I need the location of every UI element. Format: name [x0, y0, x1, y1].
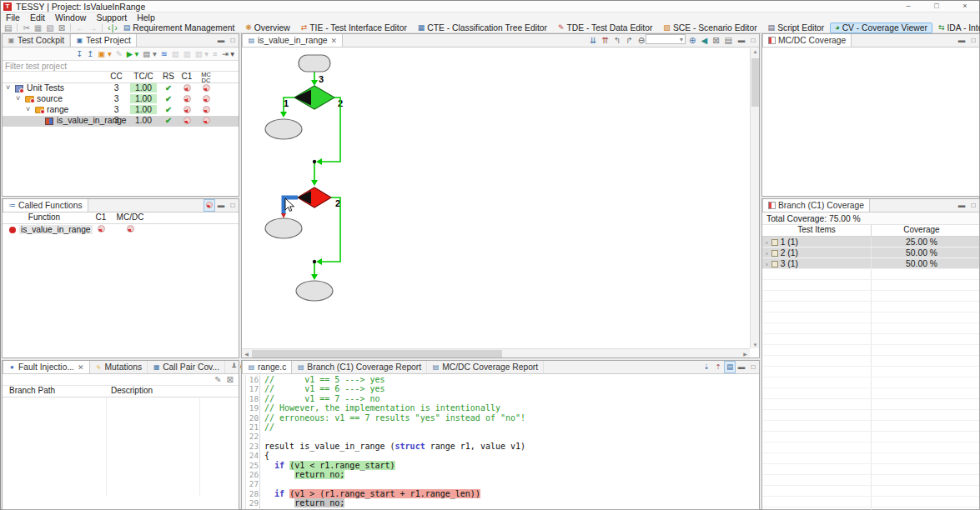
- disabled-icon-4[interactable]: ≡: [212, 49, 219, 58]
- maximize-button[interactable]: □: [922, 1, 951, 12]
- maximize-panel-icon[interactable]: □: [227, 34, 239, 47]
- menu-edit[interactable]: Edit: [25, 12, 50, 22]
- minimize-panel-icon[interactable]: ▬: [215, 199, 227, 212]
- expander-icon[interactable]: ˅: [26, 105, 30, 113]
- details-icon[interactable]: ≋: [160, 49, 168, 58]
- vertical-scrollbar[interactable]: ▲ ▼: [750, 48, 759, 348]
- menu-file[interactable]: File: [1, 12, 25, 22]
- delete-icon[interactable]: ⊠: [226, 375, 234, 384]
- exit-node-1[interactable]: [265, 119, 302, 139]
- disabled-icon-1[interactable]: ▥: [171, 49, 180, 58]
- zoom-out-icon[interactable]: ⊖: [637, 36, 646, 45]
- start-node[interactable]: [299, 55, 330, 72]
- report-icon[interactable]: ▤: [724, 36, 733, 45]
- perspective-requirement-management[interactable]: ▤Requirement Management: [118, 22, 239, 33]
- expand-chevron-icon[interactable]: ›: [762, 261, 770, 268]
- save-icon[interactable]: ▤: [3, 23, 13, 32]
- tab-branch-c1-coverage-report[interactable]: ▤Branch (C1) Coverage Report: [292, 361, 427, 373]
- column-cc[interactable]: CC: [105, 72, 128, 81]
- minimize-panel-icon[interactable]: ▬: [736, 34, 747, 47]
- perspective-overview[interactable]: ❋Overview: [240, 22, 294, 33]
- close-tab-icon[interactable]: ✕: [78, 363, 84, 372]
- prev-marker-icon[interactable]: ⇡: [712, 361, 724, 373]
- column-rs[interactable]: RS: [160, 72, 177, 81]
- next-marker-icon[interactable]: ⇣: [701, 361, 712, 373]
- maximize-panel-icon[interactable]: □: [967, 34, 979, 47]
- menu-window[interactable]: Window: [50, 12, 91, 22]
- tree-row-range[interactable]: ˅range31.00✔: [3, 105, 239, 116]
- menu-help[interactable]: Help: [132, 12, 160, 22]
- column-c1[interactable]: C1: [89, 212, 113, 222]
- nav-up-icon[interactable]: ⇈: [601, 36, 610, 45]
- zoom-level-select[interactable]: ▾: [646, 34, 686, 44]
- maximize-panel-icon[interactable]: □: [747, 34, 759, 47]
- column-mcdc[interactable]: MCDC: [197, 72, 215, 83]
- tab-test-cockpit[interactable]: ▣Test Cockpit: [3, 34, 70, 47]
- column-branch-path[interactable]: Branch Path: [9, 386, 55, 395]
- perspective-tie-test-interface-editor[interactable]: ⇄TIE - Test Interface Editor: [296, 22, 412, 33]
- called-function-row[interactable]: is_value_in_range: [3, 224, 239, 236]
- perspective-cte-classification-tree-editor[interactable]: ▦CTE - Classification Tree Editor: [413, 22, 552, 33]
- back-icon[interactable]: ←: [75, 23, 85, 32]
- close-button[interactable]: ×: [951, 1, 979, 12]
- minimize-button[interactable]: –: [894, 1, 922, 12]
- tab-call-pair-cov-[interactable]: ▦Call Pair Cov...: [148, 361, 225, 373]
- code-editor-icon[interactable]: ‹∣›: [107, 23, 118, 32]
- column-function[interactable]: Function: [3, 212, 86, 222]
- select-test-items-icon[interactable]: ▣ ▾: [97, 49, 112, 58]
- export-icon[interactable]: ↥: [86, 49, 94, 58]
- perspective-tde-test-data-editor[interactable]: ✎TDE - Test Data Editor: [553, 22, 657, 33]
- minimize-panel-icon[interactable]: ▬: [956, 199, 967, 212]
- test-item-row[interactable]: ›1 (1)25.00 %: [762, 237, 979, 248]
- tab-mc-dc-coverage-report[interactable]: ▤MC/DC Coverage Report: [427, 361, 544, 373]
- expand-chevron-icon[interactable]: ›: [762, 239, 770, 247]
- perspective-ida-interface-data-assigner[interactable]: ⇆IDA - Interface Data Assigner: [933, 22, 980, 33]
- column-coverage[interactable]: Coverage: [872, 225, 972, 234]
- execute-icon[interactable]: ▶ ▾: [126, 49, 140, 58]
- mcdc-coverage-tab[interactable]: MC/DC Coverage: [762, 34, 852, 47]
- cut-icon[interactable]: ✂: [22, 23, 30, 32]
- import-icon[interactable]: ↧: [75, 49, 83, 58]
- maximize-panel-icon[interactable]: □: [227, 199, 239, 212]
- zoom-in-icon[interactable]: ⊕: [688, 36, 696, 45]
- forward-icon[interactable]: →: [88, 23, 98, 32]
- source-code-view[interactable]: 16// v1 == 5 ---> yes17// v1 == 6 ---> y…: [242, 375, 759, 509]
- maximize-panel-icon[interactable]: □: [747, 361, 759, 373]
- test-item-row[interactable]: ›2 (1)50.00 %: [762, 248, 979, 258]
- paste-icon[interactable]: ▧: [45, 23, 54, 32]
- tree-row-unit-tests[interactable]: ˅Unit Tests31.00✔: [3, 83, 239, 94]
- column-description[interactable]: Description: [111, 386, 153, 395]
- minimize-panel-icon[interactable]: ▬: [736, 361, 747, 373]
- coverage-filter-button[interactable]: [204, 199, 215, 212]
- disabled-icon-2[interactable]: ▥: [183, 49, 192, 58]
- column-c1[interactable]: C1: [178, 72, 195, 81]
- show-source-icon[interactable]: ▤: [724, 361, 736, 373]
- tab-range-c[interactable]: ▤range.c: [242, 361, 292, 373]
- perspective-cv-coverage-viewer[interactable]: ◕CV - Coverage Viewer: [830, 22, 932, 33]
- tab-test-project[interactable]: ▣Test Project: [70, 34, 137, 47]
- nav-next-icon[interactable]: ↱: [625, 36, 633, 45]
- close-tab-icon[interactable]: ✕: [331, 37, 338, 45]
- nav-prev-icon[interactable]: ↰: [613, 36, 621, 45]
- delete-icon[interactable]: ⊠: [711, 36, 720, 45]
- tab-mutations[interactable]: ϟMutations: [90, 361, 148, 373]
- test-item-row[interactable]: ›3 (1)50.00 %: [762, 258, 979, 269]
- exit-node-2[interactable]: [265, 218, 302, 238]
- minimize-panel-icon[interactable]: ▬: [215, 34, 227, 47]
- nav-down-icon[interactable]: ⇊: [589, 36, 597, 45]
- minimize-panel-icon[interactable]: ▬: [956, 34, 967, 47]
- columns-icon[interactable]: ⇥ ▾: [221, 49, 235, 58]
- end-node[interactable]: [296, 281, 333, 301]
- column-tcc[interactable]: TC/C: [130, 72, 157, 81]
- column-test-items[interactable]: Test Items: [762, 225, 871, 234]
- tab-fault-injectio-[interactable]: ●Fault Injectio...✕: [3, 361, 90, 373]
- menu-support[interactable]: Support: [91, 12, 132, 22]
- expand-chevron-icon[interactable]: ›: [762, 250, 770, 258]
- maximize-panel-icon[interactable]: □: [967, 199, 979, 212]
- column-mcdc[interactable]: MC/DC: [114, 212, 146, 222]
- delete-icon[interactable]: ⊠: [58, 23, 66, 32]
- branch-coverage-tab[interactable]: Branch (C1) Coverage: [762, 199, 870, 212]
- called-functions-tab[interactable]: ≔ Called Functions: [3, 199, 88, 212]
- edit-icon[interactable]: ✎: [115, 49, 123, 58]
- perspective-sce-scenario-editor[interactable]: ▧SCE - Scenario Editor: [658, 22, 761, 33]
